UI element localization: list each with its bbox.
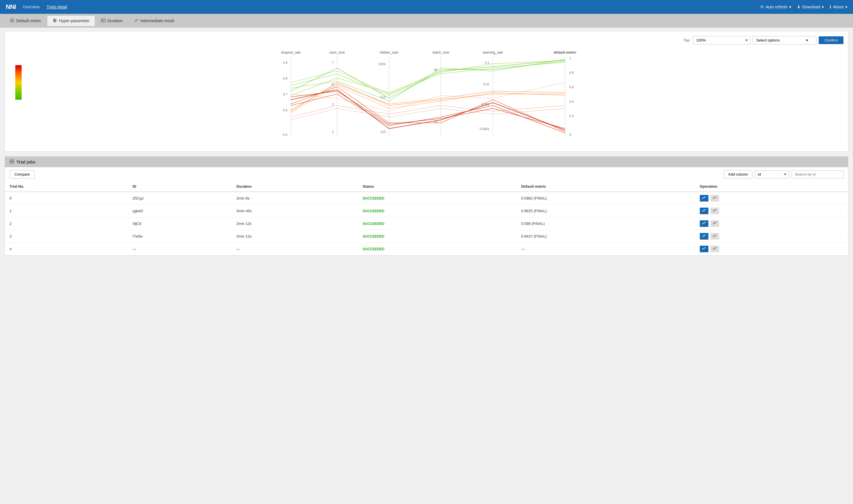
- info-icon: ℹ: [830, 5, 831, 9]
- view-chart-button[interactable]: [700, 195, 709, 201]
- trial-jobs-section: Trial jobs Compare Add column Id Duratio…: [5, 156, 848, 256]
- more-options-button[interactable]: [711, 220, 719, 227]
- refresh-icon: ⟳: [760, 5, 764, 9]
- header: NNI Overview Trials detail ⟳ Auto refres…: [0, 0, 853, 14]
- cell-trial-no: 4: [5, 243, 128, 255]
- cell-operation: [695, 230, 848, 243]
- svg-text:0.0001: 0.0001: [480, 127, 489, 131]
- svg-text:0.8: 0.8: [283, 77, 288, 80]
- chevron-down-icon: ▾: [822, 5, 824, 9]
- color-legend-bar: [15, 65, 22, 100]
- tab-intermediate-result[interactable]: Intermediate result: [129, 16, 179, 26]
- compare-button[interactable]: Compare: [10, 170, 35, 179]
- view-chart-button[interactable]: [700, 246, 709, 252]
- table-row: 0 Z5CgJ 2min 8s SUCCEEDED 0.0982 (FINAL): [5, 192, 848, 205]
- cell-metric: —: [517, 243, 695, 255]
- cell-trial-no: 1: [5, 205, 128, 217]
- download-button[interactable]: ⬇ Download ▾: [797, 5, 824, 9]
- svg-text:batch_size: batch_size: [433, 51, 449, 54]
- download-icon: ⬇: [797, 5, 800, 9]
- svg-text:default metric: default metric: [554, 51, 577, 54]
- svg-text:0.7: 0.7: [283, 93, 288, 96]
- duration-icon: [101, 18, 106, 24]
- chevron-down-icon: ▾: [789, 5, 791, 9]
- top-select[interactable]: 100% 75% 50% 25%: [693, 36, 751, 44]
- select-options-button[interactable]: Select options ▾: [753, 36, 816, 44]
- chart-panel: Top 100% 75% 50% 25% Select options ▾ Co…: [5, 31, 848, 152]
- svg-text:1024: 1024: [379, 62, 385, 66]
- svg-point-1: [12, 20, 13, 21]
- color-legend: [15, 65, 22, 103]
- svg-point-5: [53, 19, 54, 20]
- table-header: Trial No. ID Duration Status Default met…: [5, 181, 848, 192]
- view-chart-button[interactable]: [700, 220, 709, 227]
- cell-id: ygkeD: [128, 205, 232, 217]
- svg-point-7: [54, 21, 55, 22]
- cell-id: I7w5e: [128, 230, 232, 243]
- toolbar-right: Add column Id Duration Status: [724, 170, 843, 179]
- col-trial-no: Trial No.: [5, 181, 128, 192]
- table-row: 3 I7w5e 2min 12s SUCCEEDED 0.9427 (FINAL…: [5, 230, 848, 243]
- add-column-button[interactable]: Add column: [724, 170, 752, 179]
- svg-text:0.6: 0.6: [569, 85, 574, 89]
- more-options-button[interactable]: [711, 208, 719, 214]
- auto-refresh-label: Auto refresh: [766, 5, 787, 9]
- cell-duration: 3min 45s: [232, 205, 358, 217]
- cell-id: Z5CgJ: [128, 192, 232, 205]
- col-duration: Duration: [232, 181, 358, 192]
- cell-trial-no: 0: [5, 192, 128, 205]
- cell-operation: [695, 243, 848, 255]
- col-id: ID: [128, 181, 232, 192]
- col-status: Status: [358, 181, 516, 192]
- auto-refresh-button[interactable]: ⟳ Auto refresh ▾: [760, 5, 791, 9]
- top-label: Top: [684, 38, 690, 42]
- cell-duration: —: [232, 243, 358, 255]
- svg-text:0.1: 0.1: [485, 61, 489, 64]
- cell-status: SUCCEEDED: [358, 217, 516, 230]
- cell-id: —: [128, 243, 232, 255]
- parallel-coords-container: dropout_rate conv_size hidden_size batch…: [10, 48, 843, 147]
- logo: NNI: [6, 3, 16, 11]
- trial-toolbar: Compare Add column Id Duration Status: [5, 167, 848, 181]
- nav-overview[interactable]: Overview: [23, 5, 39, 9]
- tabs-bar: Default metric Hyper-parameter Duration …: [0, 14, 853, 28]
- sort-by-select[interactable]: Id Duration Status: [754, 170, 789, 178]
- nav-trials-detail[interactable]: Trials detail: [47, 5, 67, 9]
- more-options-button[interactable]: [711, 195, 719, 201]
- table-row: 4 — — SUCCEEDED —: [5, 243, 848, 255]
- about-button[interactable]: ℹ About ▾: [830, 5, 847, 9]
- list-icon: [10, 159, 14, 164]
- svg-text:2: 2: [332, 130, 334, 133]
- svg-text:1: 1: [569, 56, 571, 60]
- svg-text:learning_rate: learning_rate: [483, 51, 503, 54]
- tab-hyper-parameter[interactable]: Hyper-parameter: [47, 16, 95, 26]
- cell-metric: 0.9427 (FINAL): [517, 230, 695, 243]
- svg-text:0.8: 0.8: [569, 71, 574, 74]
- confirm-button[interactable]: Confirm: [819, 36, 843, 44]
- more-options-button[interactable]: [711, 246, 719, 252]
- view-chart-button[interactable]: [700, 208, 709, 214]
- metric-icon: [10, 18, 14, 24]
- cell-metric: 0.9925 (FINAL): [517, 205, 695, 217]
- svg-text:124: 124: [380, 130, 385, 133]
- chart-controls: Top 100% 75% 50% 25% Select options ▾ Co…: [10, 36, 843, 44]
- cell-duration: 2min 12s: [232, 217, 358, 230]
- parallel-coords-svg: dropout_rate conv_size hidden_size batch…: [10, 48, 843, 146]
- trial-jobs-title: Trial jobs: [16, 159, 35, 164]
- search-input[interactable]: [791, 170, 843, 178]
- cell-operation: [695, 192, 848, 205]
- view-chart-button[interactable]: [700, 233, 709, 239]
- tab-duration[interactable]: Duration: [96, 16, 128, 26]
- svg-text:0.4: 0.4: [569, 100, 574, 103]
- cell-status: SUCCEEDED: [358, 230, 516, 243]
- more-options-button[interactable]: [711, 233, 719, 239]
- cell-status: SUCCEEDED: [358, 192, 516, 205]
- tab-default-metric[interactable]: Default metric: [5, 16, 46, 26]
- cell-status: SUCCEEDED: [358, 205, 516, 217]
- svg-text:0.6: 0.6: [283, 108, 288, 112]
- svg-text:hidden_size: hidden_size: [380, 51, 398, 54]
- svg-text:0.01: 0.01: [483, 83, 489, 86]
- svg-text:dropout_rate: dropout_rate: [281, 51, 301, 54]
- col-default-metric: Default metric: [517, 181, 695, 192]
- col-operation: Operation: [695, 181, 848, 192]
